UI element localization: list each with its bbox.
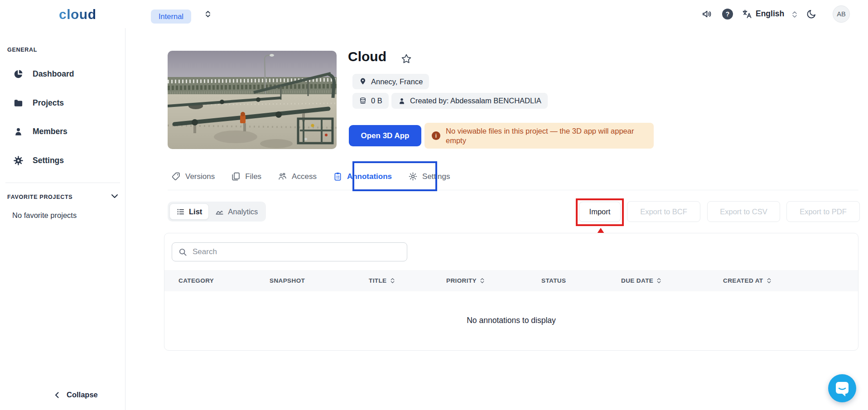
- sidebar-item-label: Dashboard: [33, 69, 74, 79]
- search-icon: [178, 248, 187, 256]
- tab-files[interactable]: Files: [231, 163, 261, 190]
- import-button[interactable]: Import: [579, 202, 621, 222]
- sidebar-item-members[interactable]: Members: [0, 121, 125, 141]
- open-3d-app-button[interactable]: Open 3D App: [349, 125, 421, 146]
- view-toggle-analytics[interactable]: Analytics: [209, 203, 264, 220]
- sidebar-item-label: Members: [33, 127, 68, 136]
- column-header-category: CATEGORY: [178, 270, 214, 291]
- pie-chart-icon: [13, 69, 24, 79]
- location-badge: Annecy, France: [352, 74, 429, 89]
- avatar-initials: AB: [837, 10, 845, 18]
- analytics-chart-icon: [215, 207, 224, 216]
- column-header-due-date[interactable]: DUE DATE: [621, 270, 662, 291]
- help-button[interactable]: ?: [722, 9, 733, 19]
- favorites-empty-text: No favorite projects: [12, 211, 77, 220]
- sidebar-item-settings[interactable]: Settings: [0, 150, 125, 170]
- tab-access[interactable]: Access: [278, 163, 317, 190]
- person-icon: [398, 97, 406, 105]
- folder-icon: [13, 98, 24, 108]
- translate-icon: [742, 9, 752, 19]
- sidebar-item-label: Projects: [33, 98, 64, 108]
- language-chevrons[interactable]: [791, 11, 798, 18]
- empty-state-message: No annotations to display: [164, 316, 858, 325]
- view-toggle-analytics-label: Analytics: [228, 207, 258, 216]
- project-size-label: 0 B: [371, 96, 382, 105]
- project-size-badge: 0 B: [352, 93, 389, 109]
- dark-mode-toggle[interactable]: [806, 9, 817, 19]
- gear-icon: [408, 172, 418, 181]
- workspace-badge[interactable]: Internal: [151, 10, 191, 24]
- sidebar-item-label: Settings: [33, 156, 64, 165]
- star-icon: [400, 53, 412, 65]
- column-header-snapshot: SNAPSHOT: [270, 270, 305, 291]
- warning-text: No viewable files in this project — the …: [446, 126, 645, 145]
- favorite-star-button[interactable]: [400, 53, 412, 65]
- sidebar: GENERAL Dashboard Projects Members Setti…: [0, 28, 125, 410]
- chevron-up-down-icon: [203, 10, 212, 19]
- user-avatar[interactable]: AB: [833, 5, 850, 23]
- sidebar-divider: [5, 183, 120, 183]
- project-title: Cloud: [348, 49, 386, 64]
- annotations-table-card: CATEGORY SNAPSHOT TITLE PRIORITY STATUS …: [164, 233, 858, 351]
- tab-label: Files: [245, 172, 261, 181]
- column-header-priority[interactable]: PRIORITY: [446, 270, 485, 291]
- tab-settings[interactable]: Settings: [408, 163, 450, 190]
- workspace-badge-label: Internal: [159, 12, 183, 21]
- table-header-row: CATEGORY SNAPSHOT TITLE PRIORITY STATUS …: [164, 270, 858, 291]
- tag-icon: [171, 172, 181, 181]
- language-selector[interactable]: English: [756, 9, 784, 19]
- sort-icon[interactable]: [390, 278, 395, 284]
- warning-banner: i No viewable files in this project — th…: [424, 123, 654, 149]
- sidebar-section-favorites: FAVORITE PROJECTS: [7, 194, 72, 200]
- top-header: cloud Internal ? English AB: [0, 0, 868, 28]
- search-input[interactable]: [193, 247, 392, 256]
- sort-icon[interactable]: [479, 278, 485, 284]
- sidebar-item-dashboard[interactable]: Dashboard: [0, 64, 125, 84]
- person-icon: [13, 126, 24, 137]
- announcements-button[interactable]: [701, 9, 712, 19]
- chevron-left-icon: [53, 391, 61, 399]
- search-box[interactable]: [172, 242, 407, 261]
- sort-icon[interactable]: [766, 278, 772, 284]
- export-bcf-button[interactable]: Export to BCF: [627, 201, 700, 222]
- chat-launcher-button[interactable]: [828, 374, 856, 402]
- moon-icon: [806, 9, 817, 19]
- location-label: Annecy, France: [371, 77, 423, 86]
- export-pdf-button[interactable]: Export to PDF: [786, 201, 860, 222]
- export-csv-button[interactable]: Export to CSV: [707, 201, 780, 222]
- view-toggle-list-label: List: [189, 207, 202, 216]
- view-toggle: List Analytics: [168, 202, 266, 222]
- workspace-switcher-chevrons[interactable]: [203, 10, 212, 19]
- sidebar-section-general: GENERAL: [7, 47, 37, 53]
- view-toggle-list[interactable]: List: [169, 203, 209, 220]
- sidebar-item-projects[interactable]: Projects: [0, 93, 125, 113]
- point-cloud-preview-image: [168, 51, 337, 149]
- tab-annotations[interactable]: Annotations: [333, 163, 392, 190]
- column-header-title[interactable]: TITLE: [369, 270, 395, 291]
- sidebar-collapse-button[interactable]: Collapse: [53, 391, 98, 399]
- language-button[interactable]: [742, 9, 752, 19]
- collapse-label: Collapse: [67, 391, 98, 399]
- people-icon: [278, 172, 287, 181]
- clipboard-icon: [333, 172, 342, 181]
- column-header-created-at[interactable]: CREATED AT: [723, 270, 772, 291]
- chat-bubble-icon: [828, 374, 856, 402]
- sort-icon[interactable]: [656, 278, 662, 284]
- gear-icon: [13, 155, 24, 166]
- favorites-collapse-chevron[interactable]: [110, 191, 120, 201]
- app-root: cloud Internal ? English AB GENERAL: [0, 0, 868, 410]
- project-tabs: Versions Files Access Annotations Settin…: [168, 163, 858, 190]
- tab-label: Versions: [185, 172, 215, 181]
- location-pin-icon: [359, 77, 367, 86]
- created-by-label: Created by: Abdessalam BENCHADLIA: [410, 96, 541, 105]
- tab-label: Settings: [422, 172, 450, 181]
- tab-label: Access: [292, 172, 317, 181]
- list-icon: [176, 207, 185, 216]
- column-header-status: STATUS: [541, 270, 566, 291]
- app-logo[interactable]: cloud: [59, 7, 96, 22]
- chevron-down-icon: [110, 191, 120, 201]
- created-by-badge: Created by: Abdessalam BENCHADLIA: [391, 93, 548, 109]
- info-icon: i: [432, 131, 440, 140]
- tab-versions[interactable]: Versions: [171, 163, 215, 190]
- tab-label: Annotations: [347, 172, 392, 181]
